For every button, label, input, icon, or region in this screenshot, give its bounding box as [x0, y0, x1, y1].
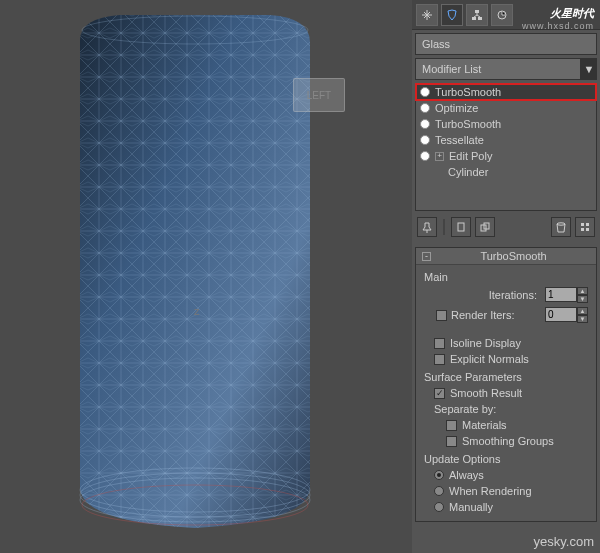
lightbulb-icon[interactable]: [420, 135, 430, 145]
make-unique-icon[interactable]: [475, 217, 495, 237]
configure-sets-icon[interactable]: [575, 217, 595, 237]
modifier-turbosmooth-2[interactable]: TurboSmooth: [416, 116, 596, 132]
spinner-down-icon[interactable]: ▼: [577, 295, 588, 303]
modifier-turbosmooth-1[interactable]: TurboSmooth: [416, 84, 596, 100]
render-iters-label: Render Iters:: [451, 309, 541, 321]
expand-icon[interactable]: +: [435, 152, 444, 161]
dropdown-arrow-icon[interactable]: ▼: [581, 58, 597, 80]
spinner-down-icon[interactable]: ▼: [577, 315, 588, 323]
show-end-result-icon[interactable]: [451, 217, 471, 237]
collapse-icon[interactable]: -: [422, 252, 431, 261]
create-tab-icon[interactable]: [416, 4, 438, 26]
isoline-label: Isoline Display: [450, 337, 521, 349]
update-options-label: Update Options: [424, 453, 588, 465]
object-name-field[interactable]: Glass: [415, 33, 597, 55]
manually-radio[interactable]: [434, 502, 444, 512]
command-panel: Glass Modifier List ▼ TurboSmooth Optimi…: [412, 0, 600, 553]
svg-rect-14: [581, 223, 584, 226]
spinner-up-icon[interactable]: ▲: [577, 287, 588, 295]
svg-rect-17: [586, 228, 589, 231]
smooth-result-checkbox[interactable]: [434, 388, 445, 399]
iterations-input[interactable]: [545, 287, 577, 302]
svg-rect-6: [475, 10, 479, 13]
base-object-cylinder[interactable]: Cylinder: [416, 164, 596, 180]
hierarchy-tab-icon[interactable]: [466, 4, 488, 26]
iterations-label: Iterations:: [436, 289, 541, 301]
watermark-yesky: yesky.com: [534, 534, 594, 549]
smoothing-groups-label: Smoothing Groups: [462, 435, 554, 447]
stack-toolbar: [412, 211, 600, 243]
always-radio[interactable]: [434, 470, 444, 480]
render-iters-spinner[interactable]: ▲▼: [545, 307, 588, 323]
view-cube[interactable]: LEFT: [293, 78, 345, 112]
render-iters-input[interactable]: [545, 307, 577, 322]
watermark-hxsd: 火星时代 www.hxsd.com: [522, 6, 594, 31]
materials-label: Materials: [462, 419, 507, 431]
svg-rect-7: [472, 17, 476, 20]
materials-checkbox[interactable]: [446, 420, 457, 431]
modifier-edit-poly[interactable]: +Edit Poly: [416, 148, 596, 164]
svg-rect-16: [581, 228, 584, 231]
lightbulb-icon[interactable]: [420, 103, 430, 113]
svg-rect-8: [478, 17, 482, 20]
rollout-header[interactable]: - TurboSmooth: [416, 248, 596, 265]
pin-stack-icon[interactable]: [417, 217, 437, 237]
turbosmooth-rollout: - TurboSmooth Main Iterations: ▲▼ Render…: [415, 247, 597, 522]
when-rendering-label: When Rendering: [449, 485, 532, 497]
isoline-checkbox[interactable]: [434, 338, 445, 349]
modifier-stack[interactable]: TurboSmooth Optimize TurboSmooth Tessell…: [415, 83, 597, 211]
smoothing-groups-checkbox[interactable]: [446, 436, 457, 447]
always-label: Always: [449, 469, 484, 481]
motion-tab-icon[interactable]: [491, 4, 513, 26]
svg-text:z: z: [194, 305, 200, 317]
when-rendering-radio[interactable]: [434, 486, 444, 496]
rollout-title: TurboSmooth: [437, 250, 590, 262]
main-group-label: Main: [424, 271, 588, 283]
smooth-result-label: Smooth Result: [450, 387, 522, 399]
surface-params-label: Surface Parameters: [424, 371, 588, 383]
iterations-spinner[interactable]: ▲▼: [545, 287, 588, 303]
explicit-normals-checkbox[interactable]: [434, 354, 445, 365]
svg-point-13: [557, 223, 565, 225]
modifier-tessellate[interactable]: Tessellate: [416, 132, 596, 148]
explicit-normals-label: Explicit Normals: [450, 353, 529, 365]
lightbulb-icon[interactable]: [420, 87, 430, 97]
separate-by-label: Separate by:: [424, 403, 588, 415]
remove-modifier-icon[interactable]: [551, 217, 571, 237]
manually-label: Manually: [449, 501, 493, 513]
spinner-up-icon[interactable]: ▲: [577, 307, 588, 315]
modifier-list-dropdown[interactable]: Modifier List: [415, 58, 581, 80]
svg-rect-10: [458, 223, 464, 231]
modifier-optimize[interactable]: Optimize: [416, 100, 596, 116]
modify-tab-icon[interactable]: [441, 4, 463, 26]
3d-viewport[interactable]: z LEFT: [0, 0, 412, 553]
lightbulb-icon[interactable]: [420, 119, 430, 129]
render-iters-checkbox[interactable]: [436, 310, 447, 321]
lightbulb-icon[interactable]: [420, 151, 430, 161]
svg-rect-15: [586, 223, 589, 226]
